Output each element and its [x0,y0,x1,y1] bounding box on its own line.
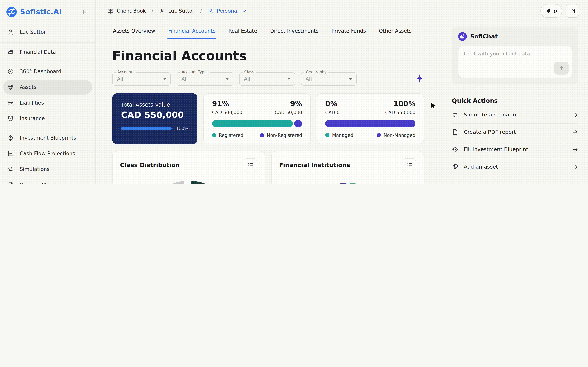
chart-title: Class Distribution [120,162,180,168]
filter-label: Accounts [116,70,136,74]
quick-action-create-pdf-report[interactable]: Create a PDF report [452,124,579,141]
managed-split-bar [325,120,416,127]
breadcrumb: Client Book / Luc Suttor / Personal [107,8,247,14]
book-open-icon [107,8,114,14]
breadcrumb-client-name[interactable]: Luc Suttor [159,8,195,14]
legend-dot [377,133,381,137]
quick-action-label: Create a PDF report [464,129,516,135]
person-icon [159,8,165,14]
breadcrumb-separator: / [150,8,155,14]
legend-label: Managed [332,133,353,138]
chart-list-view-button[interactable] [244,158,257,172]
quick-action-label: Add an asset [464,164,498,170]
gem-icon [7,84,14,91]
chart-list-view-button[interactable] [402,158,416,172]
sign-out-button[interactable] [565,4,579,18]
registered-split-bar [212,120,302,127]
folder-icon [7,49,14,56]
total-assets-progress-track [121,127,172,130]
sidebar-item-insurance[interactable]: Insurance [3,111,92,126]
asset-tabs: Assets Overview Financial Accounts Real … [112,25,424,39]
sofichat-card: SofiChat [452,26,579,84]
main-content: Assets Overview Financial Accounts Real … [96,22,442,184]
legend-label: Non-Registered [267,133,302,138]
person-icon [208,8,214,14]
chevron-down-icon [242,8,247,13]
quick-actions-title: Quick Actions [452,97,579,104]
sidebar-client-item[interactable]: Luc Suttor [0,24,95,40]
tab-assets-overview[interactable]: Assets Overview [112,25,156,39]
sidebar-item-investment-blueprints[interactable]: Investment Blueprints [3,130,92,145]
sidebar-item-label: Simulations [20,166,49,172]
total-assets-card: Total Assets Value CAD 550,000 100% [112,93,197,144]
send-chat-button[interactable] [554,62,569,75]
arrow-right-icon [572,129,579,135]
accounts-filter-select[interactable]: Accounts All [112,72,171,86]
total-assets-value: CAD 550,000 [121,110,188,120]
sidebar-item-label: Liabilities [20,100,44,106]
tab-real-estate[interactable]: Real Estate [228,25,258,39]
legend-dot [212,133,216,137]
class-distribution-card: Class Distribution 29% 23% 17% 12% 18% [112,151,265,184]
tab-financial-accounts[interactable]: Financial Accounts [167,25,216,39]
donut-chart [141,181,236,184]
sidebar-item-simulations[interactable]: Simulations [3,162,92,177]
brand-logo-icon [7,7,17,17]
filter-value: All [306,76,345,82]
class-filter-select[interactable]: Class All [239,72,295,86]
gem-icon [452,163,459,170]
route-icon [452,111,459,118]
donut-chart [297,183,399,184]
non-registered-bar-segment [294,120,302,127]
quick-action-fill-investment-blueprint[interactable]: Fill Investment Blueprint [452,141,579,158]
filter-label: Class [243,70,256,74]
registered-amount: CAD 500,000 [212,110,242,115]
total-assets-progress-label: 100% [176,126,188,131]
arrow-right-icon [572,164,579,170]
sidebar-item-assets[interactable]: Assets [3,80,92,95]
gauge-icon [7,68,14,75]
account-types-filter-select[interactable]: Account Types All [177,72,233,86]
notifications-button[interactable]: 0 [540,4,562,18]
registered-split-card: 91% 9% CAD 500,000 CAD 50,000 Regist [204,93,311,144]
quick-action-add-asset[interactable]: Add an asset [452,158,579,175]
sidebar-item-financial-data[interactable]: Financial Data [3,45,92,59]
page-title: Financial Accounts [112,49,424,63]
sofichat-logo-icon [458,32,467,41]
app-window: Sofistic.AI Luc Suttor Financial Data 36… [0,0,588,184]
legend-label: Registered [219,133,243,138]
total-assets-progress-fill [121,127,172,130]
sidebar-item-liabilities[interactable]: Liabilities [3,95,92,110]
tab-direct-investments[interactable]: Direct Investments [269,25,319,39]
registered-bar-segment [212,120,293,127]
tab-private-funds[interactable]: Private Funds [331,25,367,39]
geography-filter-select[interactable]: Geography All [301,72,357,86]
sidebar-item-360-dashboard[interactable]: 360° Dashboard [3,64,92,79]
sidebar-item-label: Investment Blueprints [20,135,76,141]
sidebar-item-balance-sheet[interactable]: Balance Sheet [3,177,92,184]
legend-dot [260,133,264,137]
target-icon [7,134,14,141]
sidebar-item-label: Financial Data [20,49,56,55]
quick-action-simulate-scenario[interactable]: Simulate a scenario [452,106,579,123]
breadcrumb-client-book[interactable]: Client Book [107,8,146,14]
sidebar-item-label: Insurance [20,115,45,122]
collapse-sidebar-icon[interactable] [82,8,89,15]
managed-pct: 0% [325,100,337,108]
sidebar-client-name: Luc Suttor [20,29,46,35]
filter-value: All [181,76,222,82]
sidebar-item-label: Balance Sheet [20,182,57,184]
file-icon [452,129,459,135]
divider [0,128,95,128]
sparkle-icon[interactable] [415,74,424,84]
legend-dot [325,133,329,137]
breadcrumb-scope-dropdown[interactable]: Personal [208,8,247,14]
chat-input-container [458,46,572,78]
bell-icon [546,8,552,14]
stat-cards-row: Total Assets Value CAD 550,000 100% 91% [112,93,424,144]
financial-institutions-donut: 58% 42% [297,183,399,184]
non-managed-amount: CAD 550,000 [385,110,416,115]
arrow-right-icon [572,111,579,118]
sidebar-item-cash-flow-projections[interactable]: Cash Flow Projections [3,146,92,161]
tab-other-assets[interactable]: Other Assets [378,25,412,39]
